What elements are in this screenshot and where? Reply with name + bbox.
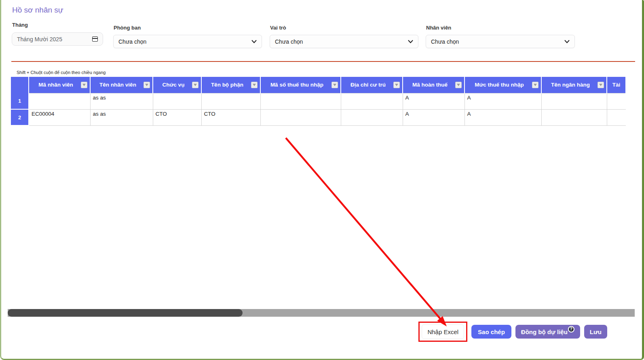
column-header-label: Mã hoàn thuế [412,82,448,88]
table-cell[interactable]: A [403,109,465,125]
filter-icon[interactable] [598,82,604,88]
calendar-icon[interactable] [92,36,98,42]
table-cell[interactable]: A [403,93,465,109]
column-header[interactable]: Mức thuế thu nhập [465,77,541,93]
month-value: Tháng Mười 2025 [17,36,62,42]
copy-button[interactable]: Sao chép [471,325,511,339]
sync-data-button[interactable]: Đồng bộ dự liệu? [515,325,580,339]
annotation-highlight-box: Nhập Excel [418,322,467,342]
column-header-label: Mã nhân viên [38,82,73,88]
column-header[interactable]: Địa chỉ cư trú [341,77,403,93]
column-header[interactable]: Mã hoàn thuế [403,77,465,93]
table-cell[interactable] [153,93,201,109]
column-header-label: Địa chỉ cư trú [351,82,386,88]
scroll-hint: Shift + Chuột cuộn để cuộn theo chiều ng… [17,70,106,75]
row-number[interactable]: 2 [11,109,29,125]
table-cell[interactable] [29,93,90,109]
row-number[interactable]: 1 [11,93,29,109]
column-header[interactable]: Chức vụ [153,77,201,93]
employee-value: Chưa chọn [431,38,459,45]
column-header[interactable]: Tên nhân viên [90,77,153,93]
month-input[interactable]: Tháng Mười 2025 [12,32,103,46]
table-cell[interactable] [260,109,341,125]
chevron-down-icon [564,40,570,43]
employee-grid: Mã nhân viênTên nhân viênChức vụTên bộ p… [11,77,626,126]
filter-icon[interactable] [455,82,462,88]
chevron-down-icon [408,40,413,43]
filter-icon[interactable] [393,82,400,88]
table-cell[interactable]: A [465,109,541,125]
column-header[interactable]: Tên ngân hàng [541,77,607,93]
table-cell[interactable]: EC00004 [29,109,90,125]
employee-label: Nhân viên [426,25,451,31]
column-header-label: Mức thuế thu nhập [475,82,524,88]
filter-icon[interactable] [532,82,538,88]
save-button[interactable]: Lưu [584,325,607,339]
column-header-label: Tên nhân viên [99,82,136,88]
corner-header-cell[interactable] [11,77,29,93]
table-cell[interactable]: CTO [201,109,260,125]
table-cell[interactable] [607,109,626,125]
help-badge-icon[interactable]: ? [568,326,574,332]
column-header-label: Mã số thuế thu nhập [270,82,323,88]
column-header[interactable]: Tài [607,77,626,93]
role-value: Chưa chọn [275,38,303,45]
filter-icon[interactable] [251,82,258,88]
column-header-label: Tài [612,82,621,88]
chevron-down-icon [251,40,257,43]
month-label: Tháng [12,22,28,28]
role-label: Vai trò [270,25,286,31]
table-cell[interactable]: as as [90,109,153,125]
table-row: 2EC00004as asCTOCTOAA [11,109,626,125]
table-cell[interactable]: as as [90,93,153,109]
table-cell[interactable] [260,93,341,109]
section-divider [11,61,635,62]
filter-icon[interactable] [192,82,198,88]
table-cell[interactable] [541,109,607,125]
department-label: Phòng ban [114,25,141,31]
table-cell[interactable] [341,109,403,125]
table-cell[interactable] [607,93,626,109]
column-header-label: Tên bộ phận [211,82,243,88]
table-cell[interactable] [541,93,607,109]
filter-icon[interactable] [81,82,87,88]
table-cell[interactable]: A [465,93,541,109]
header-row: Mã nhân viênTên nhân viênChức vụTên bộ p… [11,77,626,93]
sync-data-label: Đồng bộ dự liệu [521,328,568,335]
horizontal-scrollbar-thumb[interactable] [8,309,243,317]
page-title: Hồ sơ nhân sự [12,6,63,15]
column-header-label: Chức vụ [163,82,185,88]
action-bar: Nhập Excel Sao chép Đồng bộ dự liệu? Lưu [418,322,607,342]
hr-profile-page: Hồ sơ nhân sự Tháng Tháng Mười 2025 Phòn… [0,0,644,360]
column-header[interactable]: Tên bộ phận [201,77,260,93]
table-cell[interactable] [341,93,403,109]
column-header[interactable]: Mã số thuế thu nhập [260,77,341,93]
department-select[interactable]: Chưa chọn [113,35,262,48]
filter-icon[interactable] [144,82,150,88]
table-row: 1as asAA [11,93,626,109]
horizontal-scrollbar-track[interactable] [8,309,635,317]
annotation-arrow [1,0,644,360]
import-excel-button[interactable]: Nhập Excel [422,324,464,339]
table-cell[interactable] [201,93,260,109]
employee-table: Mã nhân viênTên nhân viênChức vụTên bộ p… [11,77,626,126]
role-select[interactable]: Chưa chọn [270,35,418,48]
filter-icon[interactable] [332,82,338,88]
department-value: Chưa chọn [118,38,146,45]
column-header-label: Tên ngân hàng [551,82,590,88]
employee-select[interactable]: Chưa chọn [426,35,575,48]
column-header[interactable]: Mã nhân viên [29,77,90,93]
table-cell[interactable]: CTO [153,109,201,125]
